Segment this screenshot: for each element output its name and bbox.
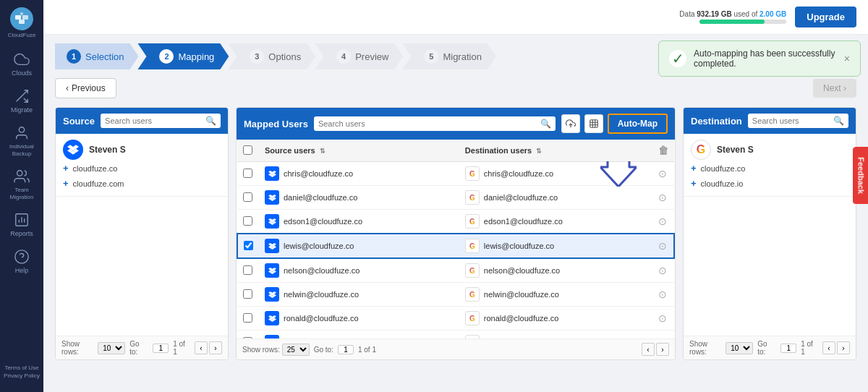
- dest-email-icon: G: [465, 214, 480, 229]
- row-checkbox-1[interactable]: [243, 192, 252, 202]
- panels-container: Source 🔍: [55, 107, 856, 360]
- csv-icon-btn[interactable]: [584, 114, 603, 133]
- row-action-cell: ⊙: [652, 234, 674, 258]
- dest-email: nelwin@cloudfuze.co: [484, 290, 559, 299]
- destination-org-1-expand-icon: +: [691, 163, 697, 174]
- mapped-header-actions: Auto-Map: [561, 114, 668, 134]
- step-preview[interactable]: 4 Preview: [315, 43, 403, 69]
- sidebar-item-help[interactable]: Help: [0, 243, 43, 280]
- previous-button[interactable]: ‹ Previous: [55, 78, 116, 98]
- row-remove-button[interactable]: ⊙: [658, 312, 667, 324]
- row-checkbox-2[interactable]: [243, 216, 252, 226]
- row-checkbox-6[interactable]: [243, 313, 252, 323]
- source-page-info: 1 of 1: [173, 340, 190, 356]
- dest-col-sort-icon[interactable]: ⇅: [536, 148, 542, 155]
- mapped-table-row: ronald@cloudfuze.co G ronald@cloudfuze.c…: [237, 307, 674, 331]
- source-col-sort-icon[interactable]: ⇅: [320, 148, 326, 155]
- upgrade-button[interactable]: Upgrade: [795, 7, 856, 27]
- source-show-rows-label: Show rows:: [61, 340, 95, 356]
- row-remove-button[interactable]: ⊙: [658, 265, 667, 276]
- source-next-page-btn[interactable]: ›: [209, 341, 222, 354]
- topbar: Data 932.19 GB used of 2.00 GB Upgrade: [43, 0, 868, 35]
- source-goto-label: Go to:: [129, 340, 148, 356]
- source-email: chris@cloudfuze.co: [284, 169, 353, 178]
- row-checkbox-3[interactable]: [244, 241, 253, 250]
- source-user-avatar: [63, 140, 83, 160]
- destination-search-box[interactable]: 🔍: [748, 114, 848, 128]
- sidebar-item-clouds[interactable]: Clouds: [0, 46, 43, 82]
- source-goto-input[interactable]: [153, 344, 169, 353]
- terms-link[interactable]: Terms of Use: [4, 365, 38, 371]
- mapped-goto-input[interactable]: [338, 345, 354, 354]
- row-remove-button[interactable]: ⊙: [658, 240, 667, 252]
- feedback-tab[interactable]: Feedback: [854, 147, 868, 204]
- destination-next-page-btn[interactable]: ›: [837, 341, 850, 354]
- mapped-search-input[interactable]: [318, 119, 537, 128]
- upload-icon-btn[interactable]: [561, 114, 580, 133]
- step-3-label: Options: [268, 51, 301, 62]
- mapped-prev-page-btn[interactable]: ‹: [642, 343, 655, 356]
- row-source-cell: lewis@cloudfuze.co: [259, 234, 459, 258]
- source-email: nelwin@cloudfuze.co: [284, 290, 359, 299]
- row-remove-button[interactable]: ⊙: [658, 192, 667, 203]
- app-logo: CloudFuze: [8, 7, 36, 38]
- privacy-link[interactable]: Privacy Policy: [4, 372, 40, 379]
- row-remove-button[interactable]: ⊙: [658, 168, 667, 179]
- row-checkbox-5[interactable]: [243, 289, 252, 299]
- notification-close-button[interactable]: ×: [844, 53, 850, 64]
- delete-all-icon[interactable]: 🗑: [658, 145, 668, 156]
- dest-email-icon: G: [465, 287, 480, 302]
- source-org-1-name: cloudfuze.co: [73, 164, 118, 173]
- mapped-next-page-btn[interactable]: ›: [656, 343, 669, 356]
- sidebar-item-team-migration[interactable]: TeamMigration: [0, 163, 43, 206]
- source-prev-page-btn[interactable]: ‹: [195, 341, 208, 354]
- destination-org-1[interactable]: + cloudfuze.co: [691, 160, 848, 175]
- mapped-search-box[interactable]: 🔍: [314, 116, 556, 131]
- select-all-checkbox[interactable]: [243, 145, 252, 155]
- source-email-icon: [265, 190, 279, 205]
- source-rows-select[interactable]: 102550: [98, 342, 125, 354]
- step-migration[interactable]: 5 Migration: [402, 43, 495, 69]
- sidebar: CloudFuze Clouds Migrate IndividualBacku…: [0, 0, 43, 392]
- mapped-table-row: nelwin@cloudfuze.co G nelwin@cloudfuze.c…: [237, 283, 674, 307]
- step-options[interactable]: 3 Options: [228, 43, 315, 69]
- automap-button[interactable]: Auto-Map: [608, 114, 668, 134]
- source-search-icon: 🔍: [205, 116, 216, 126]
- source-search-input[interactable]: [105, 116, 203, 125]
- destination-goto-input[interactable]: [780, 344, 796, 353]
- destination-search-input[interactable]: [752, 116, 830, 125]
- sidebar-item-backup[interactable]: IndividualBackup: [0, 119, 43, 163]
- destination-rows-select[interactable]: 102550: [726, 342, 753, 354]
- destination-prev-page-btn[interactable]: ‹: [822, 341, 835, 354]
- source-org-2[interactable]: + cloudfuze.com: [63, 175, 221, 190]
- sidebar-item-reports[interactable]: Reports: [0, 206, 43, 243]
- svg-point-7: [17, 171, 22, 176]
- row-checkbox-4[interactable]: [243, 265, 252, 275]
- logo-icon: [10, 7, 33, 30]
- destination-user-section: G Steven S + cloudfuze.co + cloudfuze.io: [684, 134, 856, 197]
- row-source-cell: ronald@cloudfuze.co: [259, 307, 459, 331]
- svg-point-6: [19, 127, 24, 132]
- next-button[interactable]: Next ›: [813, 79, 856, 98]
- row-check-cell: [237, 186, 259, 210]
- sidebar-item-migrate[interactable]: Migrate: [0, 82, 43, 119]
- mapped-table-row: lewis@cloudfuze.co G lewis@cloudfuze.co …: [237, 234, 674, 258]
- row-remove-button[interactable]: ⊙: [658, 289, 667, 300]
- previous-label: Previous: [72, 83, 106, 93]
- source-org-1[interactable]: + cloudfuze.co: [63, 160, 221, 175]
- row-checkbox-0[interactable]: [243, 169, 252, 178]
- destination-user-avatar: G: [691, 140, 711, 160]
- mapped-col-check: [237, 140, 259, 162]
- source-email-icon: [265, 166, 279, 181]
- mapped-rows-select[interactable]: 251050: [282, 344, 310, 356]
- destination-org-2[interactable]: + cloudfuze.io: [691, 175, 848, 190]
- step-selection[interactable]: 1 Selection: [55, 43, 138, 69]
- data-usage: Data 932.19 GB used of 2.00 GB: [679, 10, 786, 24]
- source-search-box[interactable]: 🔍: [101, 114, 221, 128]
- sidebar-label-reports: Reports: [10, 230, 33, 237]
- destination-panel-header: Destination 🔍: [684, 108, 856, 134]
- row-remove-button[interactable]: ⊙: [658, 216, 667, 227]
- used-of-label: used of: [733, 10, 757, 18]
- step-mapping[interactable]: 2 Mapping: [137, 43, 229, 69]
- source-email: ronald@cloudfuze.co: [284, 314, 359, 323]
